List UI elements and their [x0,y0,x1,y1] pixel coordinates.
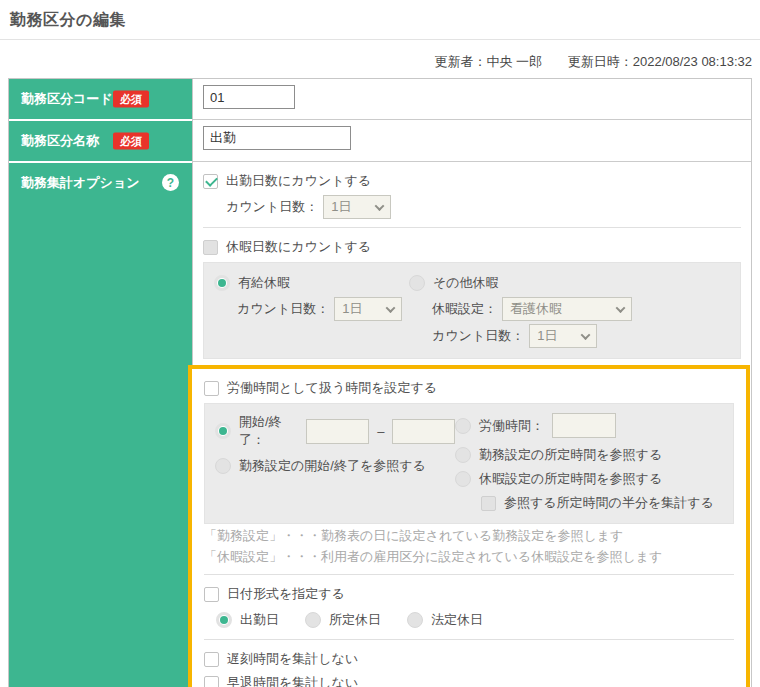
page-title: 勤務区分の編集 [10,10,750,31]
option-date-format: 日付形式を指定する [204,583,734,605]
label-cell-code: 勤務区分コード 必須 [9,79,192,119]
date-format-checkbox[interactable] [204,587,219,602]
code-label: 勤務区分コード [21,91,113,106]
row-name: 勤務区分名称 必須 [9,119,751,161]
vacation-setting-value: 看護休暇 [510,300,562,318]
option-count-workdays: 出勤日数にカウントする [203,170,741,192]
start-end-radio[interactable] [215,423,231,439]
count-vacation-checkbox[interactable] [203,240,218,255]
option-other-vacation: その他休暇 [409,272,632,294]
help-icon[interactable]: ? [162,174,179,191]
no-early-checkbox[interactable] [204,676,219,687]
date-format-label: 日付形式を指定する [227,585,345,603]
work-hours-input[interactable] [552,413,616,438]
paid-count-value: 1日 [342,300,362,318]
row-code: 勤務区分コード 必須 [9,79,751,119]
half-aggregate-label: 参照する所定時間の半分を集計する [504,494,714,512]
range-separator: – [377,424,384,439]
paid-vacation-label: 有給休暇 [238,274,290,292]
work-hours-radio[interactable] [455,418,471,434]
chevron-down-icon [616,303,626,313]
scheduled-holiday-label: 所定休日 [329,611,381,629]
worktime-panel: 開始/終了： – 勤務設定の開始/終了を参照する [204,403,734,524]
row-summary-options: 勤務集計オプション ? 出勤日数にカウントする カウント日数： 1日 休暇日数に… [9,161,751,687]
ref-start-end-radio[interactable] [215,458,231,474]
vacation-setting-select[interactable]: 看護休暇 [502,297,632,321]
required-badge: 必須 [113,91,149,108]
section-divider [203,227,741,228]
section-divider [204,639,734,640]
label-cell-summary: 勤務集計オプション ? [9,161,192,687]
vacation-panel-right: その他休暇 休暇設定： 看護休暇 カウント日数： 1日 [409,270,632,351]
content-cell-summary: 出勤日数にカウントする カウント日数： 1日 休暇日数にカウントする 有給休暇 [192,162,751,687]
updated-by: 更新者：中央 一郎 [434,54,542,69]
option-scheduled-holiday: 所定休日 [305,609,381,631]
paid-count-row: カウント日数： 1日 [237,297,409,321]
workday-label: 出勤日 [240,611,279,629]
summary-label: 勤務集計オプション [21,175,140,190]
option-ref-scheduled: 勤務設定の所定時間を参照する [455,444,714,466]
half-aggregate-checkbox[interactable] [481,496,496,511]
no-late-checkbox[interactable] [204,652,219,667]
paid-vacation-radio[interactable] [214,275,230,291]
other-vacation-radio[interactable] [409,275,425,291]
chevron-down-icon [386,303,396,313]
option-legal-holiday: 法定休日 [407,609,483,631]
workdays-count-select[interactable]: 1日 [323,195,391,219]
worktime-label: 労働時間として扱う時間を設定する [227,379,437,397]
other-count-row: カウント日数： 1日 [432,324,632,348]
edit-form: 勤務区分コード 必須 勤務区分名称 必須 勤務集計オプション ? 出勤日数にカウ… [8,78,752,687]
chevron-down-icon [375,201,385,211]
option-ref-start-end: 勤務設定の開始/終了を参照する [215,455,455,477]
option-half-aggregate: 参照する所定時間の半分を集計する [481,492,714,514]
ref-start-end-label: 勤務設定の開始/終了を参照する [239,457,426,475]
code-input[interactable] [203,85,295,109]
worktime-checkbox[interactable] [204,381,219,396]
content-cell-code [192,79,751,119]
highlighted-section: 労働時間として扱う時間を設定する 開始/終了： – 勤務設 [188,365,750,687]
updated-at: 更新日時：2022/08/23 08:13:32 [568,54,752,69]
scheduled-holiday-radio[interactable] [305,612,321,628]
date-format-options: 出勤日 所定休日 法定休日 [216,609,734,631]
legal-holiday-label: 法定休日 [431,611,483,629]
name-input[interactable] [203,126,351,150]
vacation-setting-row: 休暇設定： 看護休暇 [432,297,632,321]
other-count-value: 1日 [537,327,557,345]
vacation-setting-label: 休暇設定： [432,300,497,318]
content-cell-name [192,120,751,161]
worktime-panel-right: 労働時間： 勤務設定の所定時間を参照する 休暇設定の所定時間を参照する [455,411,714,516]
ref-scheduled-label: 勤務設定の所定時間を参照する [479,446,662,464]
ref-scheduled-radio[interactable] [455,447,471,463]
section-divider [204,574,734,575]
paid-count-select[interactable]: 1日 [334,297,402,321]
count-workdays-checkbox[interactable] [203,174,218,189]
page-header: 勤務区分の編集 [0,0,760,40]
count-days-label: カウント日数： [226,198,318,216]
option-count-vacation: 休暇日数にカウントする [203,236,741,258]
option-start-end: 開始/終了： – [215,413,455,449]
label-cell-name: 勤務区分名称 必須 [9,119,192,161]
count-days-label: カウント日数： [432,327,524,345]
start-end-label: 開始/終了： [239,413,298,449]
option-paid-vacation: 有給休暇 [214,272,409,294]
count-workdays-label: 出勤日数にカウントする [226,172,371,190]
end-time-input[interactable] [392,419,455,444]
option-no-early: 早退時間を集計しない [204,672,734,687]
other-vacation-label: その他休暇 [433,274,499,292]
other-count-select[interactable]: 1日 [529,324,597,348]
work-hours-label: 労働時間： [479,417,544,435]
count-vacation-label: 休暇日数にカウントする [226,238,371,256]
ref-vacation-scheduled-label: 休暇設定の所定時間を参照する [479,470,662,488]
no-early-label: 早退時間を集計しない [227,674,358,687]
ref-vacation-scheduled-radio[interactable] [455,471,471,487]
worktime-panel-left: 開始/終了： – 勤務設定の開始/終了を参照する [215,411,455,516]
legal-holiday-radio[interactable] [407,612,423,628]
option-work-hours: 労働時間： [455,413,714,438]
note-work-setting: 「勤務設定」・・・勤務表の日に設定されている勤務設定を参照します [204,527,734,545]
start-time-input[interactable] [306,419,369,444]
workdays-count-row: カウント日数： 1日 [226,195,741,219]
workdays-count-value: 1日 [331,198,351,216]
workday-radio[interactable] [216,612,232,628]
vacation-panel: 有給休暇 カウント日数： 1日 その他休暇 [203,262,741,359]
option-no-late: 遅刻時間を集計しない [204,648,734,670]
